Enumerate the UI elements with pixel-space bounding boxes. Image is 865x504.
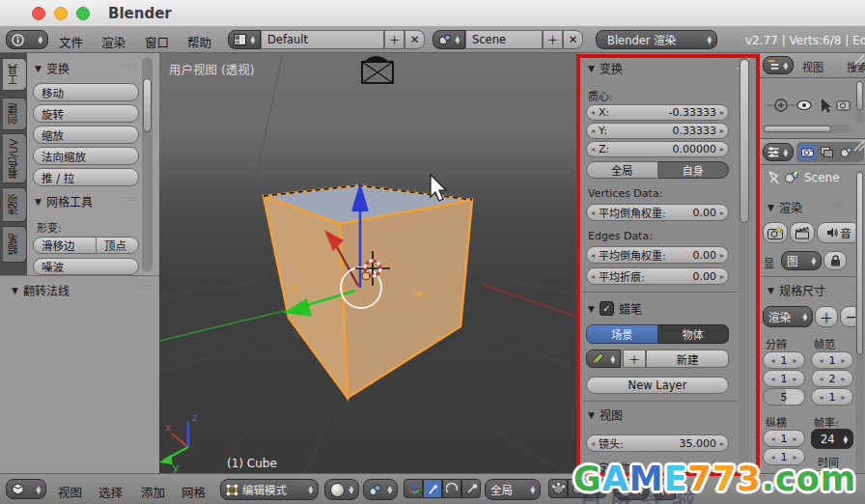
- tab-render-layers[interactable]: [818, 144, 835, 160]
- fps-dropdown[interactable]: 24 ▲▼: [811, 429, 853, 449]
- menu-help[interactable]: 帮助: [187, 33, 211, 51]
- mode-dropdown[interactable]: 编辑模式 ▲▼: [220, 479, 319, 500]
- select-menu[interactable]: 选择: [98, 483, 123, 501]
- new-layer-button[interactable]: New Layer: [586, 377, 729, 394]
- grease-pencil-add-button[interactable]: ＋: [623, 350, 646, 368]
- push-pull-button[interactable]: 推 / 拉: [33, 168, 139, 186]
- median-x-field[interactable]: ◂ X: -0.33333 ▸: [586, 104, 729, 121]
- panel-header-transform[interactable]: ▼ 变换: [588, 60, 623, 76]
- npanel-scrollbar[interactable]: [739, 57, 750, 469]
- scene-icon-dropdown[interactable]: ▲▼: [432, 30, 465, 49]
- minimize-window-button[interactable]: [54, 7, 68, 20]
- add-menu[interactable]: 添加: [141, 483, 165, 501]
- add-layout-button[interactable]: ＋: [384, 30, 405, 49]
- increment-arrow[interactable]: ▸: [720, 108, 724, 117]
- editor-type-dropdown-3dview[interactable]: ▲▼: [6, 479, 46, 499]
- lock-interface-button[interactable]: [823, 251, 847, 270]
- median-y-field[interactable]: ◂ Y: 0.33333 ▸: [586, 123, 729, 139]
- panel-header-mesh-tools[interactable]: ▼ 网格工具: [35, 193, 93, 210]
- camera-icon[interactable]: [362, 56, 393, 83]
- increment-arrow[interactable]: ▸: [794, 356, 797, 365]
- viewport-3d[interactable]: z x y 用户视图 (透视) (1) Cube: [159, 53, 577, 473]
- screen-layout-icon-dropdown[interactable]: ▲▼: [228, 30, 261, 49]
- editor-type-dropdown-properties[interactable]: ▲▼: [763, 143, 794, 161]
- outliner-v-scrollbar-thumb[interactable]: [856, 81, 863, 110]
- area-corner-widget[interactable]: [853, 140, 865, 152]
- panel-header-grease-pencil[interactable]: ▼ ✓ 蜡笔: [588, 300, 642, 317]
- decrement-arrow[interactable]: ◂: [819, 356, 823, 365]
- panel-header-dimensions[interactable]: ▼ 规格尺寸: [767, 282, 825, 298]
- properties-scrollbar[interactable]: [855, 170, 864, 489]
- panel-header-transform[interactable]: ▼ 变换: [35, 60, 70, 76]
- increment-arrow[interactable]: ▸: [720, 145, 724, 154]
- render-preset-dropdown[interactable]: 渲染 ▲▼: [763, 306, 813, 327]
- decrement-arrow[interactable]: ◂: [591, 108, 595, 117]
- proportional-edit-dropdown[interactable]: ▲▼: [614, 479, 649, 500]
- edge-bevel-weight-slider[interactable]: ◂ 平均倒角权重: 0.00 ▸: [586, 246, 729, 264]
- orientation-global-button[interactable]: 全局: [586, 161, 658, 179]
- increment-arrow[interactable]: ▸: [720, 126, 724, 135]
- increment-arrow[interactable]: ▸: [720, 272, 724, 281]
- tab-render[interactable]: [798, 144, 816, 160]
- outliner-h-scrollbar[interactable]: [763, 125, 851, 133]
- mean-crease-slider[interactable]: ◂ 平均折痕: 0.00 ▸: [586, 267, 729, 285]
- increment-arrow[interactable]: ▸: [720, 251, 724, 260]
- render-engine-dropdown[interactable]: Blender 渲染 ▲▼: [596, 30, 717, 49]
- toolshelf-scrollbar[interactable]: [142, 57, 153, 271]
- increment-arrow[interactable]: ▸: [842, 393, 846, 402]
- pin-icon[interactable]: [766, 170, 781, 185]
- decrement-arrow[interactable]: ◂: [770, 434, 774, 443]
- editor-type-dropdown-info[interactable]: ▲▼: [6, 30, 48, 49]
- increment-arrow[interactable]: ▸: [794, 375, 797, 383]
- edge-slide-button[interactable]: 滑移边: [33, 237, 97, 254]
- scale-manipulator-button[interactable]: [461, 479, 481, 498]
- decrement-arrow[interactable]: ◂: [770, 375, 774, 383]
- grease-pencil-data-dropdown[interactable]: ▲▼: [586, 350, 621, 368]
- snap-toggle-button[interactable]: [655, 479, 676, 500]
- translate-button[interactable]: 移动: [33, 83, 139, 101]
- tab-grease-pencil[interactable]: 蜡笔: [3, 226, 27, 263]
- increment-arrow[interactable]: ▸: [720, 209, 724, 217]
- grease-new-button[interactable]: 新建: [646, 350, 729, 368]
- panel-grip[interactable]: ∷∷: [141, 284, 153, 293]
- decrement-arrow[interactable]: ◂: [591, 272, 595, 281]
- render-animation-button[interactable]: [790, 222, 815, 243]
- npanel-scrollbar-thumb[interactable]: [739, 59, 749, 223]
- decrement-arrow[interactable]: ◂: [591, 126, 595, 135]
- vertex-bevel-weight-slider[interactable]: ◂ 平均倒角权重: 0.00 ▸: [586, 204, 729, 221]
- area-corner-widget[interactable]: [853, 54, 865, 66]
- resolution-y-field[interactable]: ◂ 1 ▸: [763, 370, 805, 387]
- panel-grip[interactable]: ∷∷: [712, 408, 723, 417]
- panel-grip[interactable]: ∷∷: [712, 302, 723, 311]
- panel-grip[interactable]: ∷∷: [712, 62, 723, 70]
- tab-options[interactable]: 选项: [3, 187, 27, 222]
- frame-step-field[interactable]: ◂ 1 ▸: [811, 388, 853, 406]
- frame-end-field[interactable]: ◂ 2 ▸: [811, 370, 853, 387]
- rotate-manipulator-button[interactable]: [442, 479, 461, 498]
- outliner-v-scrollbar[interactable]: [855, 80, 864, 123]
- outliner-row-icons[interactable]: [766, 96, 852, 115]
- lens-field[interactable]: ◂ 镜头: 35.000 ▸: [586, 434, 729, 452]
- maximize-window-button[interactable]: [76, 7, 90, 20]
- delete-scene-button[interactable]: ✕: [563, 30, 583, 49]
- close-window-button[interactable]: [32, 7, 45, 20]
- editor-type-dropdown-outliner[interactable]: ▲▼: [763, 56, 794, 74]
- delete-layout-button[interactable]: ✕: [405, 30, 425, 49]
- aspect-x-field[interactable]: ◂ 1 ▸: [763, 430, 805, 447]
- aspect-y-field[interactable]: ◂ 1 ▸: [763, 448, 805, 465]
- mesh-menu[interactable]: 网格: [181, 483, 206, 501]
- decrement-arrow[interactable]: ◂: [591, 145, 595, 154]
- increment-arrow[interactable]: ▸: [842, 375, 846, 383]
- translate-manipulator-button[interactable]: [423, 479, 442, 498]
- orientation-dropdown[interactable]: 全局 ▲▼: [485, 479, 541, 500]
- increment-arrow[interactable]: ▸: [794, 434, 797, 443]
- panel-header-view[interactable]: ▼ 视图: [588, 406, 623, 423]
- edge-select-button[interactable]: [568, 479, 587, 498]
- rotate-button[interactable]: 旋转: [33, 104, 139, 123]
- increment-arrow[interactable]: ▸: [720, 439, 724, 448]
- panel-grip[interactable]: ∷∷: [126, 195, 138, 204]
- increment-arrow[interactable]: ▸: [794, 453, 797, 462]
- tab-scene[interactable]: [837, 144, 854, 160]
- panel-header-flip-normals[interactable]: ▼ 翻转法线: [12, 282, 70, 298]
- grease-source-scene-tab[interactable]: 场景: [586, 324, 658, 344]
